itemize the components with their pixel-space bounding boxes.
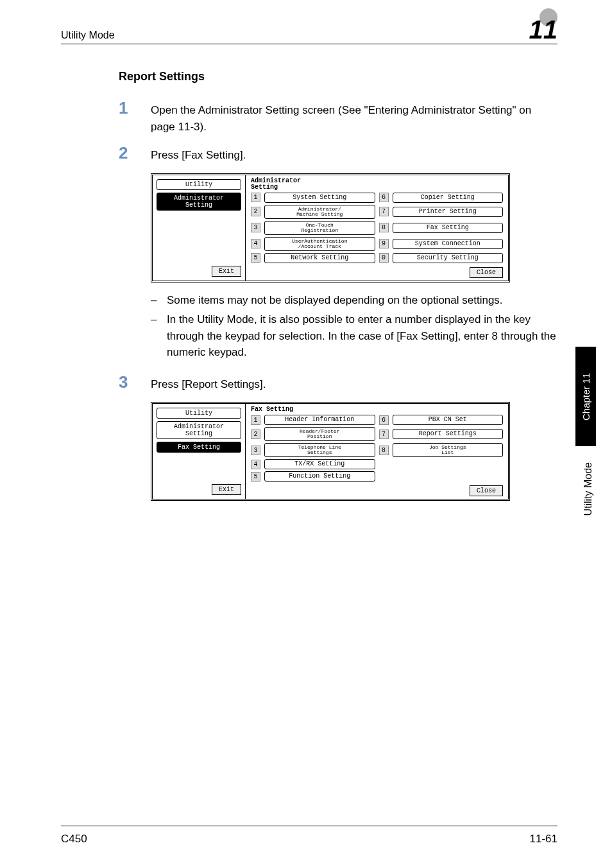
pbx-cn-set-button[interactable]: PBX CN Set: [393, 415, 504, 425]
screen-title: Administrator Setting: [251, 178, 503, 191]
report-settings-button[interactable]: Report Settings: [393, 429, 504, 439]
menu-num-5: 5: [251, 253, 260, 263]
step-number: 2: [119, 144, 151, 161]
step-text: Open the Administrator Setting screen (S…: [151, 100, 557, 135]
step-3: 3 Press [Report Settings].: [119, 374, 557, 393]
fax-setting-screen: Utility Administrator Setting Fax Settin…: [151, 402, 510, 501]
admin-setting-tab[interactable]: Administrator Setting: [157, 193, 241, 211]
menu-num-4: 4: [251, 460, 260, 469]
note-text: Some items may not be displayed dependin…: [167, 292, 503, 309]
side-section-label: Utility Mode: [582, 462, 594, 516]
exit-button[interactable]: Exit: [212, 266, 241, 277]
header-footer-button[interactable]: Header/Footer Position: [264, 427, 375, 441]
notes-list: –Some items may not be displayed dependi…: [151, 292, 557, 361]
menu-num-7: 7: [379, 207, 389, 216]
close-button[interactable]: Close: [470, 485, 503, 496]
admin-machine-button[interactable]: Administrator/ Machine Setting: [264, 205, 375, 219]
fax-setting-tab[interactable]: Fax Setting: [157, 442, 241, 453]
header-left: Utility Mode: [61, 30, 115, 41]
tx-rx-setting-button[interactable]: TX/RX Setting: [264, 459, 375, 469]
screen-title: Fax Setting: [251, 406, 503, 413]
printer-setting-button[interactable]: Printer Setting: [393, 207, 504, 217]
menu-num-6: 6: [379, 415, 389, 425]
system-setting-button[interactable]: System Setting: [264, 193, 375, 203]
network-setting-button[interactable]: Network Setting: [264, 253, 375, 263]
step-1: 1 Open the Administrator Setting screen …: [119, 100, 557, 135]
function-setting-button[interactable]: Function Setting: [264, 471, 375, 482]
page-header: Utility Mode 11: [61, 19, 557, 44]
telephone-line-button[interactable]: Telephone Line Settings: [264, 443, 375, 457]
fax-setting-button[interactable]: Fax Setting: [393, 223, 504, 233]
menu-num-2: 2: [251, 430, 260, 439]
note-item: –In the Utility Mode, it is also possibl…: [151, 311, 557, 361]
utility-tab[interactable]: Utility: [157, 408, 241, 419]
menu-num-0: 0: [379, 253, 389, 263]
menu-num-8: 8: [379, 223, 389, 232]
security-setting-button[interactable]: Security Setting: [393, 253, 504, 263]
menu-num-1: 1: [251, 193, 260, 202]
menu-num-3: 3: [251, 223, 260, 232]
note-item: –Some items may not be displayed dependi…: [151, 292, 557, 309]
menu-num-8: 8: [379, 446, 389, 455]
admin-setting-screen: Utility Administrator Setting Exit Admin…: [151, 173, 510, 282]
system-connection-button[interactable]: System Connection: [393, 239, 504, 249]
header-info-button[interactable]: Header Information: [264, 415, 375, 425]
step-number: 3: [119, 374, 151, 390]
step-number: 1: [119, 100, 151, 116]
page-footer: C450 11-61: [61, 826, 557, 846]
menu-num-7: 7: [379, 430, 389, 439]
footer-left: C450: [61, 833, 87, 846]
footer-right: 11-61: [530, 833, 557, 846]
menu-num-9: 9: [379, 239, 389, 248]
step-2: 2 Press [Fax Setting].: [119, 144, 557, 164]
copier-setting-button[interactable]: Copier Setting: [393, 193, 504, 203]
section-title: Report Settings: [119, 70, 557, 83]
menu-num-5: 5: [251, 472, 260, 482]
chapter-number: 11: [529, 19, 558, 40]
close-button[interactable]: Close: [470, 267, 503, 278]
menu-num-1: 1: [251, 415, 260, 425]
onetouch-button[interactable]: One-Touch Registration: [264, 221, 375, 235]
utility-tab[interactable]: Utility: [157, 179, 241, 190]
admin-setting-tab[interactable]: Administrator Setting: [157, 421, 241, 439]
menu-num-6: 6: [379, 193, 389, 202]
userauth-button[interactable]: UserAuthentication /Account Track: [264, 237, 375, 251]
note-text: In the Utility Mode, it is also possible…: [167, 311, 557, 361]
step-text: Press [Fax Setting].: [151, 144, 246, 164]
job-settings-button[interactable]: Job Settings List: [393, 443, 504, 457]
menu-num-2: 2: [251, 207, 260, 216]
step-text: Press [Report Settings].: [151, 374, 266, 393]
exit-button[interactable]: Exit: [212, 484, 241, 495]
menu-num-3: 3: [251, 446, 260, 455]
menu-num-4: 4: [251, 239, 260, 248]
chapter-tab: Chapter 11: [575, 347, 596, 446]
